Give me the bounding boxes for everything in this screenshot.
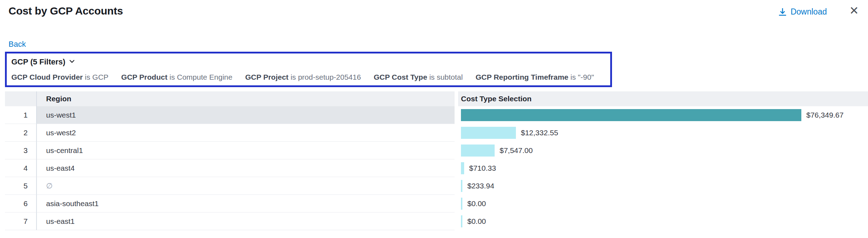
filter-list: GCP Cloud Provider is GCP GCP Product is… bbox=[11, 73, 606, 81]
download-button[interactable]: Download bbox=[778, 7, 827, 17]
filter-field: GCP Cloud Provider bbox=[11, 73, 83, 81]
table-row[interactable]: 7 us-east1 $0.00 bbox=[5, 212, 868, 230]
table-header-row: Region Cost Type Selection bbox=[5, 91, 868, 106]
page-title: Cost by GCP Accounts bbox=[9, 5, 123, 17]
cost-bar bbox=[461, 198, 462, 210]
filter-field: GCP Product bbox=[121, 73, 167, 81]
filter-condition: is subtotal bbox=[429, 73, 463, 81]
table-row[interactable]: 4 us-east4 $710.33 bbox=[5, 159, 868, 177]
region-cell[interactable]: ∅ bbox=[36, 177, 455, 195]
cost-bar-cell: $710.33 bbox=[458, 159, 868, 177]
cost-value: $12,332.55 bbox=[521, 129, 558, 137]
filters-summary-label: GCP (5 Filters) bbox=[11, 57, 65, 67]
cost-value: $76,349.67 bbox=[806, 111, 844, 119]
region-cell[interactable]: us-east1 bbox=[36, 212, 455, 230]
chevron-down-icon bbox=[68, 57, 76, 67]
cost-bar bbox=[461, 144, 495, 157]
table-row[interactable]: 3 us-central1 $7,547.00 bbox=[5, 142, 868, 159]
table-row[interactable]: 2 us-west2 $12,332.55 bbox=[5, 124, 868, 142]
cost-bar bbox=[461, 180, 462, 192]
region-cell[interactable]: us-west1 bbox=[36, 106, 455, 124]
cost-bar bbox=[461, 127, 516, 139]
cost-value: $7,547.00 bbox=[500, 146, 533, 155]
row-number: 4 bbox=[5, 159, 36, 177]
filter-condition: is GCP bbox=[85, 73, 108, 81]
filter-field: GCP Reporting Timeframe bbox=[475, 73, 568, 81]
region-cell[interactable]: asia-southeast1 bbox=[36, 195, 455, 212]
cost-value: $710.33 bbox=[469, 164, 496, 172]
row-number: 5 bbox=[5, 177, 36, 195]
row-number: 2 bbox=[5, 124, 36, 142]
row-number-header bbox=[5, 91, 36, 106]
cost-bar bbox=[461, 162, 464, 174]
region-cell[interactable]: us-west2 bbox=[36, 124, 455, 142]
filter-condition: is "-90" bbox=[571, 73, 594, 81]
filter-condition: is Compute Engine bbox=[169, 73, 232, 81]
filter-item: GCP Product is Compute Engine bbox=[121, 73, 233, 81]
filter-field: GCP Project bbox=[245, 73, 288, 81]
download-label: Download bbox=[791, 7, 827, 17]
column-header-cost[interactable]: Cost Type Selection bbox=[458, 91, 868, 106]
table-row[interactable]: 1 us-west1 $76,349.67 bbox=[5, 106, 868, 124]
cost-bar-cell: $12,332.55 bbox=[458, 124, 868, 142]
close-icon: ✕ bbox=[849, 4, 859, 17]
row-number: 7 bbox=[5, 212, 36, 230]
cost-bar-cell: $0.00 bbox=[458, 195, 868, 212]
table-row[interactable]: 6 asia-southeast1 $0.00 bbox=[5, 195, 868, 212]
table-row[interactable]: 5 ∅ $233.94 bbox=[5, 177, 868, 195]
filters-dropdown[interactable]: GCP (5 Filters) bbox=[11, 57, 76, 67]
cost-bar-cell: $76,349.67 bbox=[458, 106, 868, 124]
back-link[interactable]: Back bbox=[9, 40, 26, 49]
filter-field: GCP Cost Type bbox=[374, 73, 427, 81]
cost-value: $0.00 bbox=[467, 217, 486, 226]
row-number: 3 bbox=[5, 142, 36, 159]
cost-table: Region Cost Type Selection 1 us-west1 $7… bbox=[5, 91, 868, 230]
region-cell[interactable]: us-east4 bbox=[36, 159, 455, 177]
cost-value: $0.00 bbox=[467, 199, 486, 208]
region-cell[interactable]: us-central1 bbox=[36, 142, 455, 159]
column-header-region[interactable]: Region bbox=[36, 91, 455, 106]
download-icon bbox=[778, 7, 787, 17]
cost-bar bbox=[461, 215, 462, 227]
cost-bar-cell: $7,547.00 bbox=[458, 142, 868, 159]
close-button[interactable]: ✕ bbox=[849, 5, 859, 16]
cost-bar-cell: $233.94 bbox=[458, 177, 868, 195]
row-number: 1 bbox=[5, 106, 36, 124]
filters-highlight-box: GCP (5 Filters) GCP Cloud Provider is GC… bbox=[5, 52, 612, 87]
row-number: 6 bbox=[5, 195, 36, 212]
filter-item: GCP Project is prod-setup-205416 bbox=[245, 73, 361, 81]
filter-item: GCP Reporting Timeframe is "-90" bbox=[475, 73, 594, 81]
cost-bar-cell: $0.00 bbox=[458, 212, 868, 230]
filter-item: GCP Cost Type is subtotal bbox=[374, 73, 463, 81]
filter-condition: is prod-setup-205416 bbox=[290, 73, 361, 81]
cost-value: $233.94 bbox=[467, 182, 494, 190]
cost-bar bbox=[461, 109, 801, 121]
filter-item: GCP Cloud Provider is GCP bbox=[11, 73, 108, 81]
